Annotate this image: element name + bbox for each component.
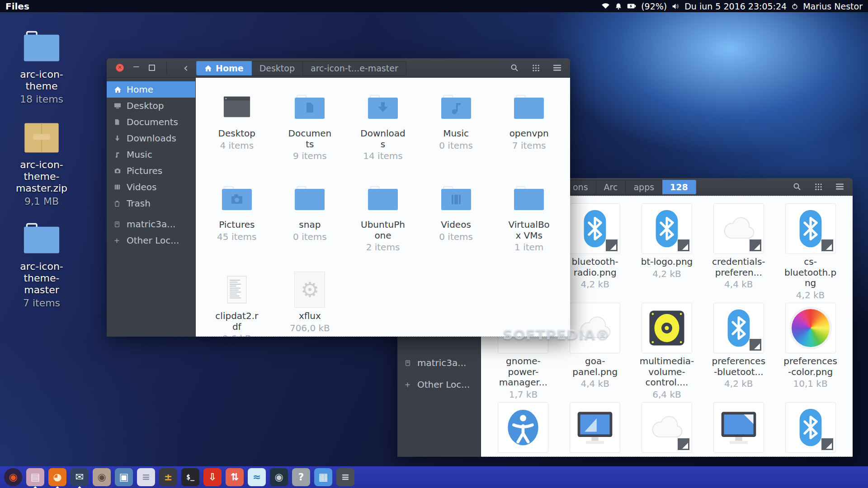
restore-icon[interactable] <box>149 65 155 71</box>
file-documents[interactable]: Documents9 items <box>274 85 347 176</box>
file-label: xflux <box>299 311 321 322</box>
back-arrow-icon[interactable]: ‹ <box>178 62 193 74</box>
file-label: preferences-color.png <box>783 356 838 377</box>
trash-icon <box>114 200 122 207</box>
desktop-icon-arc-icon-theme-master-zip[interactable]: arc-icon-theme-master.zip9,1 MB <box>13 118 71 207</box>
sidebar-item-pictures[interactable]: Pictures <box>107 163 195 179</box>
taskbar-settings-list[interactable]: ≡ <box>336 468 354 486</box>
notifications-icon[interactable] <box>615 3 622 10</box>
taskbar-steam[interactable]: ◉ <box>270 468 288 486</box>
taskbar-gimp[interactable]: ◉ <box>93 468 111 486</box>
path-segment-128[interactable]: 128 <box>662 180 696 194</box>
bluetooth-image-icon <box>785 203 836 254</box>
bluetooth-image-icon <box>713 303 764 353</box>
file-preferenc[interactable]: preferenc <box>703 400 774 457</box>
sidebar-item-label: Music <box>127 149 152 160</box>
sidebar-item-downloads[interactable]: Downloads <box>107 130 195 146</box>
sidebar-item-label: Desktop <box>127 100 164 111</box>
sidebar-item-desktop[interactable]: Desktop <box>107 98 195 114</box>
file-xflux[interactable]: ⚙xflux706,0 kB <box>274 267 347 337</box>
grid-view-icon[interactable] <box>815 183 822 191</box>
menu-icon[interactable] <box>553 65 561 71</box>
sidebar-item-documents[interactable]: Documents <box>107 114 195 130</box>
file-label: bt-logo.png <box>641 257 693 267</box>
unknown-app-glyph: ? <box>298 472 304 482</box>
file-preferenc[interactable]: preferenc <box>774 400 846 457</box>
sidebar-item-other-loc[interactable]: Other Loc... <box>397 376 481 393</box>
file-openvpn[interactable]: openvpn7 items <box>492 85 566 176</box>
file-clipdat2-rdf[interactable]: clipdat2.rdf9,6 kB <box>200 267 274 337</box>
file-credentials-preferen[interactable]: credentials-preferen...4,4 kB <box>703 202 774 301</box>
wifi-icon[interactable] <box>601 3 610 9</box>
taskbar-ubuntu-launcher[interactable]: ◉ <box>4 468 22 486</box>
file-preferenc[interactable]: preferenc <box>631 400 703 457</box>
desktop-icon-arc-icon-theme-master[interactable]: arc-icon-theme-master7 items <box>13 220 71 309</box>
taskbar-unknown-app[interactable]: ? <box>292 468 310 486</box>
sidebar-item-matric3a[interactable]: matric3a... <box>397 355 481 371</box>
file-label: clipdat2.rdf <box>214 311 260 332</box>
app-menu-files[interactable]: Files <box>0 1 29 12</box>
path-segment-home[interactable]: Home <box>196 61 252 75</box>
file-snap[interactable]: snap0 items <box>274 176 347 267</box>
file-bt-logo-png[interactable]: bt-logo.png4,2 kB <box>631 202 703 301</box>
file-cs-bluetooth-png[interactable]: cs-bluetooth.png4,2 kB <box>774 202 846 301</box>
battery-icon[interactable] <box>627 3 636 9</box>
sidebar-item-matric3a[interactable]: matric3a... <box>107 216 195 232</box>
home-icon <box>114 86 122 94</box>
volume-icon[interactable] <box>672 3 679 9</box>
taskbar-calculator[interactable]: ± <box>159 468 177 486</box>
path-segment-desktop[interactable]: Desktop <box>252 61 303 75</box>
taskbar-mail[interactable]: ✉ <box>71 468 89 486</box>
sidebar-item-music[interactable]: Music <box>107 146 195 163</box>
file-pictures[interactable]: Pictures45 items <box>200 176 274 267</box>
grid-view-icon[interactable] <box>532 64 540 72</box>
file-desktop[interactable]: Desktop4 items <box>200 85 274 176</box>
file-preferenc[interactable]: preferenc <box>487 400 559 457</box>
minimize-icon[interactable]: − <box>132 62 140 71</box>
file-preferenc[interactable]: preferenc <box>559 400 631 457</box>
files-window-front[interactable]: ✕ − ‹ › HomeDesktoparc-icon-t...e-master… <box>107 58 570 337</box>
steam-glyph: ◉ <box>274 472 283 482</box>
sidebar-item-home[interactable]: Home <box>107 81 195 98</box>
taskbar-files[interactable]: ▤ <box>26 468 44 486</box>
folder-videos-icon <box>438 181 474 216</box>
file-preferences-bluetoot[interactable]: preferences-bluetoot...4,2 kB <box>703 301 774 400</box>
taskbar-software-center[interactable]: ▦ <box>314 468 332 486</box>
taskbar-screenshot[interactable]: ▣ <box>115 468 133 486</box>
sidebar-item-other-loc[interactable]: Other Loc... <box>107 232 195 249</box>
taskbar-firefox[interactable]: ◕ <box>48 468 66 486</box>
menu-icon[interactable] <box>836 183 844 190</box>
file-virtualbox-vms[interactable]: VirtualBox VMs1 item <box>492 176 566 267</box>
taskbar-sync-updown[interactable]: ⇅ <box>226 468 244 486</box>
file-ubuntuphone[interactable]: UbuntuPhone2 items <box>346 176 420 267</box>
taskbar-text-editor[interactable]: ≡ <box>137 468 155 486</box>
taskbar-terminal[interactable]: $_ <box>181 468 199 486</box>
taskbar-system-monitor[interactable]: ≈ <box>248 468 266 486</box>
path-segment-arc[interactable]: Arc <box>596 180 626 194</box>
search-icon[interactable] <box>510 64 519 72</box>
file-label: preferenc <box>717 455 760 457</box>
bluetooth-image-icon <box>642 203 692 254</box>
file-music[interactable]: Music0 items <box>420 85 493 176</box>
path-segment-apps[interactable]: apps <box>626 180 662 194</box>
session-user[interactable]: Marius Nestor <box>803 1 863 11</box>
sidebar-item-trash[interactable]: Trash <box>107 195 195 211</box>
file-meta: 1 item <box>514 242 543 253</box>
desktop-icon-arc-icon-theme[interactable]: arc-icon-theme18 items <box>13 28 71 105</box>
path-segment-arc-icon-t-e-master[interactable]: arc-icon-t...e-master <box>303 61 406 75</box>
path-segment-label: Arc <box>604 182 618 192</box>
file-videos[interactable]: Videos0 items <box>420 176 493 267</box>
sidebar-item-videos[interactable]: Videos <box>107 179 195 195</box>
path-segment-label: apps <box>633 182 654 192</box>
file-preferences-color-png[interactable]: preferences-color.png10,1 kB <box>774 301 846 400</box>
close-icon[interactable]: ✕ <box>116 64 124 72</box>
clock[interactable]: Du iun 5 2016 23:05:24 <box>684 1 787 11</box>
power-icon[interactable] <box>792 3 798 9</box>
search-icon[interactable] <box>793 183 801 191</box>
thumbnail-frame <box>713 402 764 453</box>
file-multimedia-volume-control[interactable]: multimedia-volume-control....6,4 kB <box>631 301 703 400</box>
file-downloads[interactable]: Downloads14 items <box>346 85 420 176</box>
taskbar-package-installer[interactable]: ⇩ <box>203 468 222 486</box>
front-window-titlebar[interactable]: ✕ − ‹ › HomeDesktoparc-icon-t...e-master <box>107 58 570 78</box>
folder-documents-icon <box>292 89 328 125</box>
